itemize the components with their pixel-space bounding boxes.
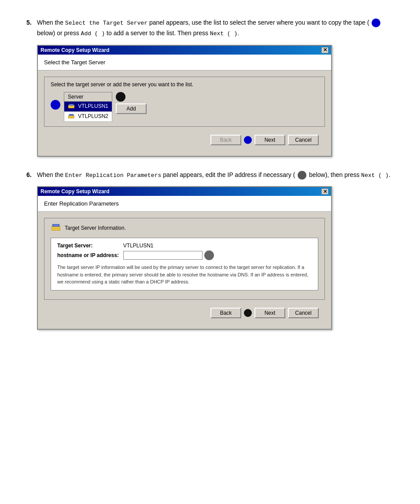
step-6-panel-name: Enter Replication Parameters bbox=[65, 172, 161, 179]
cancel-button-2[interactable]: Cancel bbox=[288, 308, 319, 318]
wizard-titlebar-2: Remote Copy Setup Wizard ✕ bbox=[38, 187, 331, 196]
annotation-circle-gray-inline bbox=[298, 171, 306, 180]
ip-input-area bbox=[123, 250, 312, 260]
step-6-next-code: Next ( ) bbox=[361, 172, 388, 179]
step-5-intro-plain: When the bbox=[37, 19, 65, 26]
svg-rect-3 bbox=[70, 104, 73, 105]
annotation-circle-gray bbox=[204, 250, 214, 260]
step-5-text: When the Select the Target Server panel … bbox=[37, 18, 394, 39]
wizard-body-1: Select the target server or add the serv… bbox=[38, 70, 331, 156]
wizard-title-1: Remote Copy Setup Wizard bbox=[41, 47, 110, 53]
server-cell-0: VTLPLUSN1 bbox=[64, 101, 112, 111]
target-server-value: VTLPLUSN1 bbox=[123, 243, 312, 249]
wizard-inner-2: Target Server Information. Target Server… bbox=[44, 218, 325, 300]
server-table: Server bbox=[64, 92, 112, 122]
wizard-subtitle-1: Select the Target Server bbox=[38, 55, 331, 70]
server-icon-1 bbox=[68, 113, 75, 120]
step-6-intro-plain: When the bbox=[37, 171, 65, 178]
step-5-add-code: Add ( ) bbox=[81, 30, 105, 37]
step-6-text: When the Enter Replication Parameters pa… bbox=[37, 170, 391, 180]
repl-section-title: Target Server Information. bbox=[65, 225, 126, 231]
server-table-container: Server bbox=[64, 92, 112, 122]
svg-rect-11 bbox=[53, 224, 59, 226]
server-icon-0 bbox=[68, 103, 75, 110]
annotation-circle-dark-1 bbox=[116, 92, 125, 102]
cancel-button-1[interactable]: Cancel bbox=[288, 135, 319, 145]
wizard-subtitle-2: Enter Replication Parameters bbox=[38, 196, 331, 212]
close-button-1[interactable]: ✕ bbox=[321, 47, 328, 53]
repl-fields: Target Server: VTLPLUSN1 hostname or IP … bbox=[57, 243, 312, 260]
repl-note: The target server IP information will be… bbox=[57, 264, 312, 286]
repl-server-icon bbox=[51, 223, 61, 233]
step-5: 5. When the Select the Target Server pan… bbox=[26, 18, 394, 157]
wizard-footer-1: Back Next Cancel bbox=[44, 132, 325, 150]
server-col-header: Server bbox=[64, 92, 112, 101]
step-number-6: 6. bbox=[26, 170, 33, 180]
svg-rect-7 bbox=[70, 114, 73, 115]
wizard-footer-2: Back Next Cancel bbox=[44, 305, 325, 323]
back-button-1[interactable]: Back bbox=[210, 135, 241, 145]
step-6: 6. When the Enter Replication Parameters… bbox=[26, 170, 394, 330]
server-cell-1: VTLPLUSN2 bbox=[64, 111, 112, 121]
wizard-desc-1: Select the target server or add the serv… bbox=[51, 81, 318, 88]
step-6-rest: panel appears, edit the IP address if ne… bbox=[161, 171, 361, 178]
wizard-inner-1: Select the target server or add the serv… bbox=[44, 77, 325, 127]
server-row-0[interactable]: VTLPLUSN1 bbox=[64, 101, 112, 111]
wizard-body-2: Target Server Information. Target Server… bbox=[38, 212, 331, 329]
repl-header: Target Server Information. bbox=[51, 223, 318, 233]
ip-label: hostname or IP address: bbox=[57, 252, 119, 258]
wizard-window-1: Remote Copy Setup Wizard ✕ Select the Ta… bbox=[37, 45, 332, 157]
step-5-next-code: Next ( ) bbox=[210, 30, 237, 37]
wizard-window-2: Remote Copy Setup Wizard ✕ Enter Replica… bbox=[37, 186, 332, 330]
next-area-2: Next bbox=[244, 308, 285, 318]
server-row-1[interactable]: VTLPLUSN2 bbox=[64, 111, 112, 121]
step-5-panel-name: Select the Target Server bbox=[65, 20, 147, 26]
wizard-title-2: Remote Copy Setup Wizard bbox=[41, 188, 110, 195]
back-button-2[interactable]: Back bbox=[210, 308, 241, 318]
close-button-2[interactable]: ✕ bbox=[321, 188, 328, 195]
annotation-circle-blue-3 bbox=[244, 136, 252, 144]
annotation-circle-blue-2 bbox=[51, 100, 60, 110]
target-server-label: Target Server: bbox=[57, 243, 119, 249]
step-number-5: 5. bbox=[26, 18, 33, 39]
server-table-area: Server bbox=[51, 92, 318, 122]
next-button-2[interactable]: Next bbox=[254, 308, 285, 318]
next-button-1[interactable]: Next bbox=[254, 135, 285, 145]
repl-info-box: Target Server: VTLPLUSN1 hostname or IP … bbox=[51, 238, 318, 291]
annotation-circle-dark-2 bbox=[244, 309, 252, 317]
wizard-titlebar-1: Remote Copy Setup Wizard ✕ bbox=[38, 46, 331, 55]
ip-input[interactable] bbox=[123, 251, 203, 260]
add-button-1[interactable]: Add bbox=[116, 103, 147, 114]
annotation-circle-blue-1 bbox=[372, 18, 380, 27]
